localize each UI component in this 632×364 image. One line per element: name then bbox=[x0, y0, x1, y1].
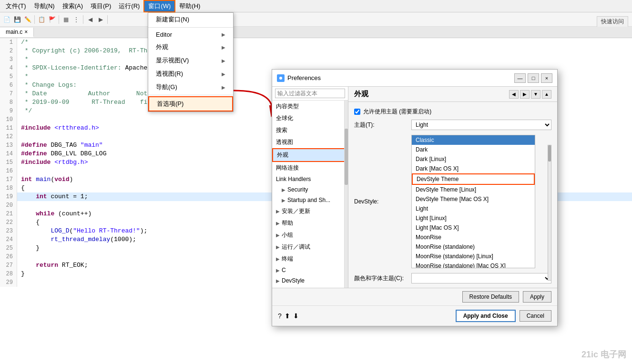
prefs-content-panel: 外观 ◀ ▶ ▼ ▲ 允许使用主题 (需要重启动) 主题(T): bbox=[348, 87, 557, 288]
toolbar-back-icon[interactable]: ◀ bbox=[85, 15, 95, 24]
dialog-maximize-button[interactable]: □ bbox=[528, 73, 539, 83]
nav-c[interactable]: ▶ C bbox=[272, 265, 348, 275]
apply-close-button[interactable]: Apply and Close bbox=[456, 310, 516, 322]
theme-option-classic[interactable]: Classic bbox=[412, 135, 535, 145]
tab-close-icon[interactable]: × bbox=[24, 29, 28, 35]
theme-dropdown-list[interactable]: Classic Dark Dark [Linux] Dark [Mac OS X… bbox=[411, 135, 535, 268]
menu-window[interactable]: 窗口(W) bbox=[143, 0, 175, 12]
nav-startup[interactable]: ▶ Startup and Sh... bbox=[272, 195, 348, 205]
theme-option-light-macos[interactable]: Light [Mac OS X] bbox=[412, 223, 535, 233]
nav-network[interactable]: 网络连接 bbox=[272, 162, 348, 174]
menu-new-window[interactable]: 新建窗口(N) bbox=[148, 13, 233, 26]
color-font-select[interactable] bbox=[411, 273, 551, 283]
theme-option-dark[interactable]: Dark bbox=[412, 145, 535, 154]
color-font-row: 颜色和字体主题(C): bbox=[354, 273, 551, 283]
dropdown-scrollbar[interactable] bbox=[548, 145, 551, 281]
window-dropdown-menu: 新建窗口(N) Editor ▶ 外观 ▶ 显示视图(V) ▶ 透视图(R) ▶… bbox=[148, 12, 234, 112]
panel-nav-forward[interactable]: ▶ bbox=[520, 90, 530, 99]
svg-point-2 bbox=[279, 77, 282, 80]
menu-appearance[interactable]: 外观 ▶ bbox=[148, 40, 233, 54]
cancel-button[interactable]: Cancel bbox=[520, 310, 551, 322]
theme-option-moonrise[interactable]: MoonRise bbox=[412, 233, 535, 242]
toolbar-pencil-icon[interactable]: ✏️ bbox=[23, 15, 32, 24]
theme-row: 主题(T): Light bbox=[354, 120, 551, 130]
restore-defaults-button[interactable]: Restore Defaults bbox=[462, 291, 519, 303]
menu-show-view[interactable]: 显示视图(V) ▶ bbox=[148, 54, 233, 67]
theme-option-moonrise-linux[interactable]: MoonRise (standalone) [Linux] bbox=[412, 252, 535, 261]
menu-nav[interactable]: 导航(N) bbox=[30, 1, 59, 11]
menu-help[interactable]: 帮助(H) bbox=[175, 1, 204, 11]
dialog-bottom: Restore Defaults Apply ? ⬆ ⬇ Apply and C… bbox=[272, 288, 557, 326]
nav-terminal[interactable]: ▶ 终端 bbox=[272, 253, 348, 265]
nav-devstyle[interactable]: ▶ DevStyle bbox=[272, 275, 348, 286]
terminal-expand-icon: ▶ bbox=[276, 256, 280, 262]
theme-option-light-linux[interactable]: Light [Linux] bbox=[412, 213, 535, 223]
footer-export-icon[interactable]: ⬆ bbox=[285, 312, 290, 320]
tab-main-c[interactable]: main.c × bbox=[0, 28, 34, 37]
nav-link-handlers[interactable]: Link Handlers bbox=[272, 174, 348, 184]
nav-perspective[interactable]: 透视图 bbox=[272, 136, 348, 148]
theme-option-moonrise-standalone[interactable]: MoonRise (standalone) bbox=[412, 242, 535, 252]
security-expand-icon: ▶ bbox=[282, 187, 285, 192]
toolbar-sep2 bbox=[59, 15, 59, 24]
nav-content-types[interactable]: 内容类型 bbox=[272, 101, 348, 112]
code-line-3: 3 * bbox=[0, 55, 632, 64]
panel-nav-back[interactable]: ◀ bbox=[509, 90, 519, 99]
quick-access-button[interactable]: 快速访问 bbox=[597, 16, 628, 27]
dialog-minimize-button[interactable]: — bbox=[514, 73, 526, 83]
menu-preferences[interactable]: 首选项(P) bbox=[148, 96, 233, 111]
theme-option-light[interactable]: Light bbox=[412, 204, 535, 213]
nav-search[interactable]: 搜索 bbox=[272, 124, 348, 136]
nav-security[interactable]: ▶ Security bbox=[272, 184, 348, 195]
nav-maven[interactable]: ▶ Maven bbox=[272, 286, 348, 288]
run-debug-expand-icon: ▶ bbox=[276, 244, 280, 250]
theme-option-devstyle[interactable]: DevStyle Theme bbox=[412, 173, 535, 185]
toolbar-new-icon[interactable]: 📄 bbox=[2, 15, 11, 24]
footer-import-icon[interactable]: ⬇ bbox=[293, 312, 299, 320]
panel-nav-down[interactable]: ▼ bbox=[531, 90, 540, 99]
menu-navigation[interactable]: 导航(G) ▶ bbox=[148, 81, 233, 94]
nav-install-update[interactable]: ▶ 安装／更新 bbox=[272, 205, 348, 217]
install-expand-icon: ▶ bbox=[276, 209, 280, 214]
nav-scrollbar[interactable] bbox=[344, 101, 348, 288]
theme-option-moonrise-macos[interactable]: MoonRise (standalone) [Mac OS X] bbox=[412, 261, 535, 268]
theme-option-devstyle-linux[interactable]: DevStyle Theme [Linux] bbox=[412, 185, 535, 194]
menu-editor[interactable]: Editor ▶ bbox=[148, 29, 233, 40]
nav-help[interactable]: ▶ 帮助 bbox=[272, 217, 348, 229]
dialog-action-row: ? ⬆ ⬇ Apply and Close Cancel bbox=[272, 306, 557, 326]
nav-run-debug[interactable]: ▶ 运行／调试 bbox=[272, 241, 348, 253]
tab-label: main.c bbox=[6, 29, 22, 35]
nav-group[interactable]: ▶ 小组 bbox=[272, 229, 348, 241]
panel-nav-up[interactable]: ▲ bbox=[542, 90, 551, 99]
color-font-control bbox=[411, 273, 551, 283]
nav-appearance[interactable]: 外观 bbox=[272, 148, 348, 162]
prefs-filter-input[interactable] bbox=[275, 89, 345, 98]
restore-defaults-row: Restore Defaults Apply bbox=[272, 288, 557, 306]
appearance-arrow-icon: ▶ bbox=[222, 45, 225, 50]
apply-button[interactable]: Apply bbox=[523, 291, 551, 303]
toolbar-save-icon[interactable]: 💾 bbox=[12, 15, 22, 24]
toolbar-copy-icon[interactable]: 📋 bbox=[37, 15, 46, 24]
prefs-filter-area bbox=[272, 87, 348, 101]
nav-globalization[interactable]: 全球化 bbox=[272, 112, 348, 124]
toolbar-layout-icon[interactable]: ▦ bbox=[61, 15, 71, 24]
toolbar-dots-icon[interactable]: ⋮ bbox=[71, 15, 81, 24]
theme-select[interactable]: Light bbox=[411, 120, 551, 130]
menu-run[interactable]: 运行(R) bbox=[115, 1, 143, 11]
toolbar-flag-icon[interactable]: 🚩 bbox=[47, 15, 57, 24]
menu-file[interactable]: 文件(T) bbox=[2, 1, 30, 11]
theme-option-devstyle-macos[interactable]: DevStyle Theme [Mac OS X] bbox=[412, 194, 535, 204]
appearance-settings: 允许使用主题 (需要重启动) 主题(T): Light DevStyle: bbox=[348, 102, 557, 288]
toolbar-forward-icon[interactable]: ▶ bbox=[96, 15, 105, 24]
footer-help-icon[interactable]: ? bbox=[278, 312, 282, 320]
theme-option-dark-linux[interactable]: Dark [Linux] bbox=[412, 154, 535, 164]
allow-themes-checkbox[interactable] bbox=[354, 109, 360, 115]
menu-project[interactable]: 项目(P) bbox=[87, 1, 115, 11]
nav-scrollbar-thumb[interactable] bbox=[345, 129, 348, 185]
dialog-close-button[interactable]: × bbox=[541, 73, 552, 83]
menu-perspective[interactable]: 透视图(R) ▶ bbox=[148, 67, 233, 81]
menu-search[interactable]: 搜索(A) bbox=[59, 1, 87, 11]
dropdown-scrollbar-thumb[interactable] bbox=[548, 145, 551, 162]
startup-expand-icon: ▶ bbox=[282, 198, 285, 203]
theme-option-dark-macos[interactable]: Dark [Mac OS X] bbox=[412, 164, 535, 173]
